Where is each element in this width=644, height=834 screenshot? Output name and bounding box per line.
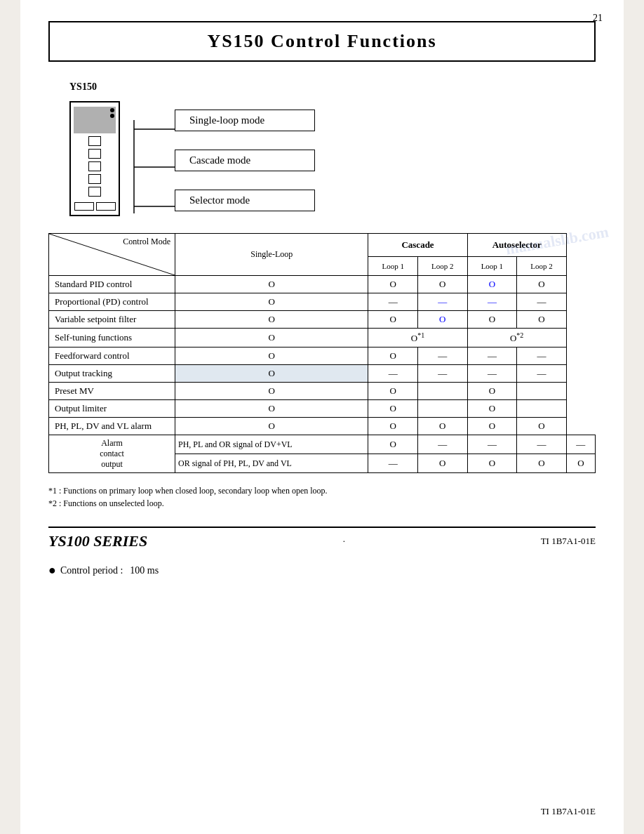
- single-loop-cell: O: [175, 293, 368, 311]
- connector-svg: [127, 110, 176, 225]
- table-row: Preset MVOOO: [49, 383, 596, 400]
- series-title: YS100 SERIES: [48, 532, 147, 550]
- single-loop-cell: O: [175, 418, 368, 435]
- auto-loop1-cell: O: [467, 276, 517, 293]
- title-box: YS150 Control Functions: [48, 21, 596, 62]
- cascade-loop2-cell: —: [418, 365, 468, 383]
- cascade-loop2-cell: O: [418, 418, 468, 435]
- feature-name-cell: Standard PID control: [49, 276, 175, 293]
- alarm-value-cell: O: [368, 435, 418, 454]
- feature-name-cell: Self-tuning functions: [49, 329, 175, 348]
- auto-loop2-cell: —: [517, 365, 567, 383]
- specs-section: ● Control period : 100 ms: [48, 563, 596, 578]
- auto-loop2-cell: O: [517, 276, 567, 293]
- auto-loop2-cell: [517, 383, 567, 400]
- single-loop-cell: O: [175, 311, 368, 329]
- device-btn-4: [88, 174, 101, 184]
- device-illustration: [69, 101, 120, 216]
- cascade-loop2-cell: [418, 383, 468, 400]
- control-period-value: 100 ms: [130, 565, 159, 576]
- auto-loop2-cell: —: [517, 348, 567, 365]
- auto-loop1-cell: —: [467, 293, 517, 311]
- auto-loop2-cell: O: [517, 418, 567, 435]
- cascade-loop2-cell: O: [418, 311, 468, 329]
- alarm-sub-cell: PH, PL and OR signal of DV+VL: [175, 435, 368, 454]
- table-row: Proportional (PD) controlO————: [49, 293, 596, 311]
- page-number: 21: [593, 13, 603, 24]
- autoselector-header: Autoselector: [467, 234, 566, 257]
- table-row: Variable setpoint filterOOOOO: [49, 311, 596, 329]
- device-btn-3: [88, 161, 101, 171]
- alarm-value-cell: —: [418, 435, 468, 454]
- cascade-loop1-cell: —: [368, 293, 418, 311]
- feature-name-cell: Proportional (PD) control: [49, 293, 175, 311]
- device-btn-1: [88, 136, 101, 146]
- auto-loop1-cell: —: [467, 365, 517, 383]
- series-footer: YS100 SERIES · TI 1B7A1-01E: [48, 527, 596, 550]
- cascade-loop2-header: Loop 2: [418, 256, 468, 275]
- alarm-value-cell: O: [418, 454, 468, 473]
- feature-name-cell: PH, PL, DV and VL alarm: [49, 418, 175, 435]
- auto-loop2-cell: O: [517, 311, 567, 329]
- control-table: Control Mode Single-Loop Cascade Autosel…: [48, 233, 596, 473]
- device-btn-7: [96, 202, 116, 211]
- feature-name-cell: Output tracking: [49, 365, 175, 383]
- auto-loop2-header: Loop 2: [517, 256, 567, 275]
- cascade-loop1-cell: O: [368, 311, 418, 329]
- cascade-loop1-cell: O*1: [368, 329, 467, 348]
- auto-loop1-header: Loop 1: [467, 256, 517, 275]
- feature-name-cell: Variable setpoint filter: [49, 311, 175, 329]
- auto-loop1-cell: O: [467, 383, 517, 400]
- table-row: Feedforward controlOO———: [49, 348, 596, 365]
- page-title: YS150 Control Functions: [64, 31, 580, 52]
- cascade-loop2-cell: [418, 400, 468, 418]
- auto-loop2-cell: —: [517, 293, 567, 311]
- alarm-value-cell: O: [467, 454, 517, 473]
- feature-name-cell: Output limiter: [49, 400, 175, 418]
- single-loop-cell: O: [175, 348, 368, 365]
- table-row: Output limiterOOO: [49, 400, 596, 418]
- single-loop-cell: O: [175, 383, 368, 400]
- device-btn-5: [88, 187, 101, 197]
- table-row: Standard PID controlOOOOO: [49, 276, 596, 293]
- alarm-value-cell: —: [467, 435, 517, 454]
- device-label: YS150: [69, 81, 97, 93]
- single-loop-cell: O: [175, 365, 368, 383]
- cascade-loop1-cell: O: [368, 348, 418, 365]
- single-loop-cell: O: [175, 329, 368, 348]
- cascade-loop1-cell: —: [368, 365, 418, 383]
- alarm-value-cell: —: [517, 435, 567, 454]
- cascade-loop1-cell: O: [368, 276, 418, 293]
- device-btn-6: [74, 202, 94, 211]
- control-mode-label: Control Mode: [123, 237, 170, 247]
- feature-name-cell: Preset MV: [49, 383, 175, 400]
- bottom-code: TI 1B7A1-01E: [541, 806, 596, 817]
- diagram-section: YS150: [48, 81, 596, 216]
- footnote-1: *1 : Functions on primary loop when clos…: [48, 484, 596, 497]
- alarm-value-cell: —: [368, 454, 418, 473]
- auto-loop1-cell: O: [467, 311, 517, 329]
- mode-labels: Single-loop mode Cascade mode Selector m…: [175, 110, 315, 211]
- single-loop-cell: O: [175, 276, 368, 293]
- auto-loop1-cell: —: [467, 348, 517, 365]
- cascade-loop1-header: Loop 1: [368, 256, 418, 275]
- alarm-sub-cell: OR signal of PH, PL, DV and VL: [175, 454, 368, 473]
- control-period-label: Control period :: [60, 565, 123, 576]
- single-loop-header: Single-Loop: [175, 234, 368, 276]
- table-row: PH, PL, DV and VL alarmOOOOO: [49, 418, 596, 435]
- cascade-loop1-cell: O: [368, 418, 418, 435]
- bullet-dot: ●: [48, 563, 56, 578]
- footnote-2: *2 : Functions on unselected loop.: [48, 497, 596, 510]
- cascade-loop1-cell: O: [368, 400, 418, 418]
- auto-loop2-cell: [517, 400, 567, 418]
- alarm-value-cell: O: [517, 454, 567, 473]
- diagonal-header-cell: Control Mode: [49, 234, 175, 276]
- alarm-value-cell: O: [566, 454, 595, 473]
- cascade-loop2-cell: O: [418, 276, 468, 293]
- device-screen: [74, 107, 116, 133]
- table-row: Output trackingO————: [49, 365, 596, 383]
- feature-name-cell: Feedforward control: [49, 348, 175, 365]
- footnotes: *1 : Functions on primary loop when clos…: [48, 484, 596, 510]
- auto-loop1-cell: O: [467, 400, 517, 418]
- auto-loop1-cell: O: [467, 418, 517, 435]
